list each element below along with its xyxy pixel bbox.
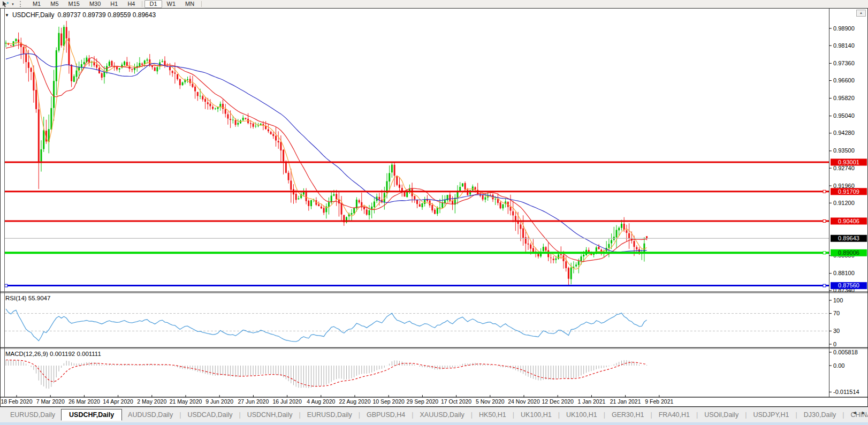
timeframe-button-M15[interactable]: M15: [64, 0, 85, 8]
chart-title: ▼ USDCHF,Daily 0.89737 0.89739 0.89559 0…: [5, 11, 156, 19]
chart-window: 0.989000.981400.973600.966000.958200.950…: [0, 8, 868, 407]
rsi-axis-label: 0: [833, 341, 836, 347]
date-label: 9 Feb 2021: [635, 398, 683, 405]
price-badge-label: 0.89643: [838, 235, 859, 241]
line-handle[interactable]: [823, 190, 826, 193]
chart-collapse-icon[interactable]: ▼: [5, 13, 9, 18]
timeframe-button-M1[interactable]: M1: [28, 0, 45, 8]
timeframe-button-H1[interactable]: H1: [105, 0, 123, 8]
chart-tab-eurusd-daily[interactable]: EURUSD,Daily: [301, 410, 358, 420]
chart-tab-xauusd-daily[interactable]: XAUUSD,Daily: [414, 410, 470, 420]
rsi-axis-label: 100: [833, 297, 843, 303]
chart-tab-uk100-h1[interactable]: UK100,H1: [515, 410, 558, 420]
line-handle[interactable]: [823, 284, 826, 287]
chart-tab-bar: EURUSD,DailyUSDCHF,DailyAUDUSD,Daily|USD…: [0, 407, 868, 422]
toolbar-separator: [201, 1, 202, 7]
cursor-tool-dropdown-icon[interactable]: ▼: [11, 3, 14, 6]
chart-tab-eurusd-daily[interactable]: EURUSD,Daily: [4, 410, 61, 420]
rsi-axis-label: 30: [833, 328, 840, 334]
price-badge-label: 0.91709: [838, 188, 859, 195]
cursor-arrow-icon: [2, 1, 10, 7]
chart-tab-audusd-daily[interactable]: AUDUSD,Daily: [122, 410, 179, 420]
macd-axis-label: -0.011514: [833, 389, 859, 395]
chart-tab-hk50-h1[interactable]: HK50,H1: [473, 410, 512, 420]
macd-indicator-label: MACD(12,26,9) 0.001192 0.001111: [5, 351, 101, 357]
status-strip: [0, 422, 868, 425]
cursor-tool-button[interactable]: [2, 1, 10, 7]
macd-axis-label: 0.005818: [833, 349, 858, 355]
chart-tab-usdjpy-h1[interactable]: USDJPY,H1: [747, 410, 795, 420]
timeframe-buttons: M1M5M15M30H1H4D1W1MN: [28, 0, 204, 8]
timeframe-button-M5[interactable]: M5: [45, 0, 63, 8]
rsi-indicator-label: RSI(14) 55.9047: [5, 295, 50, 301]
price-axis-label: 0.96600: [833, 77, 855, 84]
chart-tab-dj30-daily[interactable]: DJ30,Daily: [798, 410, 842, 420]
line-handle[interactable]: [5, 284, 7, 287]
price-axis-label: 0.93500: [833, 147, 855, 154]
macd-histogram: [6, 360, 647, 389]
macd-axis-label: 0.00: [833, 362, 844, 369]
chart-tab-usdchf-daily[interactable]: USDCHF,Daily: [61, 409, 122, 421]
timeframe-button-W1[interactable]: W1: [162, 0, 181, 8]
timeframe-button-D1[interactable]: D1: [144, 0, 162, 8]
ma-slow-blue: [6, 54, 647, 252]
price-axis-label: 0.95040: [833, 112, 855, 119]
chart-symbol-label: USDCHF,Daily: [12, 11, 55, 19]
chart-tab-uk100-h1[interactable]: UK100,H1: [560, 410, 603, 420]
tab-scroll-right-icon[interactable]: ►: [861, 410, 866, 415]
price-badge-label: 0.93001: [838, 159, 859, 165]
line-handle[interactable]: [823, 220, 826, 223]
chart-tab-usdcnh-daily[interactable]: USDCNH,Daily: [241, 410, 299, 420]
price-chart-svg[interactable]: 0.989000.981400.973600.966000.958200.950…: [1, 9, 867, 398]
chart-tab-gbpusd-h4[interactable]: GBPUSD,H4: [361, 410, 411, 420]
price-axis-label: 0.94280: [833, 130, 855, 136]
price-axis-label: 0.88100: [833, 270, 855, 276]
timeframe-button-M30[interactable]: M30: [85, 0, 105, 8]
timeframe-button-MN[interactable]: MN: [180, 0, 199, 8]
price-badge-label: 0.87560: [838, 282, 859, 289]
timeframe-button-H4[interactable]: H4: [123, 0, 140, 8]
price-badge-label: 0.89006: [838, 249, 859, 256]
price-axis-label: 0.91200: [833, 200, 855, 206]
scroll-up-button[interactable]: ▲: [856, 10, 866, 17]
price-axis-label: 0.98900: [833, 25, 855, 32]
candles: [5, 21, 648, 285]
chart-tab-usdcad-daily[interactable]: USDCAD,Daily: [181, 410, 238, 420]
price-badge-label: 0.90406: [838, 218, 859, 224]
toolbar-grip: [20, 1, 24, 7]
tab-scroll-buttons: ◄ ►: [852, 410, 866, 415]
tab-scroll-left-icon[interactable]: ◄: [852, 410, 857, 415]
price-axis-label: 0.97360: [833, 60, 855, 66]
chart-ohlc-values: 0.89737 0.89739 0.89559 0.89643: [58, 11, 156, 19]
chart-tab-usoil-daily[interactable]: USOil,Daily: [698, 410, 744, 420]
price-axis-label: 0.95820: [833, 95, 855, 101]
chart-tab-ger30-h1[interactable]: GER30,H1: [606, 410, 650, 420]
time-axis[interactable]: 18 Feb 20207 Mar 202026 Mar 202014 Apr 2…: [1, 398, 867, 406]
price-axis-label: 0.98140: [833, 42, 855, 49]
rsi-line: [6, 309, 647, 341]
line-handle[interactable]: [823, 252, 826, 254]
chart-tab-fra40-h1[interactable]: FRA40,H1: [653, 410, 696, 420]
toolbar-separator: [142, 1, 142, 7]
rsi-axis-label: 70: [833, 310, 840, 316]
